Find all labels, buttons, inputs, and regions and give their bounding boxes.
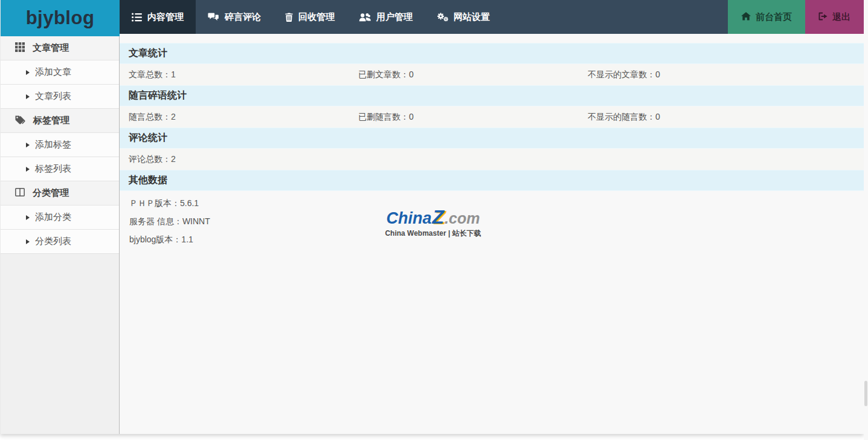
sidebar-item-add-category[interactable]: 添加分类 [1,205,119,230]
sidebar-filler [1,254,119,434]
section-row: 文章总数：1 已删文章数：0 不显示的文章数：0 [120,64,864,85]
nav-item-label: 网站设置 [454,11,490,23]
tags-icon [15,115,25,126]
navbar-actions: 前台首页 退出 [728,0,864,34]
site-logo: bjyblog [1,0,120,36]
stat-server-info: 服务器 信息：WINNT [120,212,864,230]
scrollbar-track[interactable] [864,0,868,440]
sidebar-item-label: 分类管理 [33,187,69,199]
logout-label: 退出 [832,11,850,23]
sidebar-item-article-list[interactable]: 文章列表 [1,85,119,109]
front-page-label: 前台首页 [756,11,792,23]
sidebar-item-category-list[interactable]: 分类列表 [1,230,119,254]
gears-icon [437,12,448,22]
trash-icon [285,13,293,22]
caret-right-icon [26,70,30,75]
list-icon [132,13,142,22]
home-icon [741,12,751,22]
sidebar-item-label: 标签管理 [33,115,69,126]
sidebar-item-add-tag[interactable]: 添加标签 [1,133,119,157]
main-nav: 内容管理 碎言评论 回收管理 用户管理 [120,0,502,34]
nav-item-label: 碎言评论 [225,11,261,23]
stat-mood-hidden: 不显示的随言数：0 [579,112,808,123]
nav-item-label: 内容管理 [147,11,184,23]
sidebar-item-category-management[interactable]: 分类管理 [1,181,119,205]
caret-right-icon [26,215,30,220]
nav-item-label: 用户管理 [376,11,413,23]
sidebar-item-tag-list[interactable]: 标签列表 [1,157,119,181]
stat-article-deleted: 已删文章数：0 [349,70,579,80]
sidebar-item-label: 文章列表 [35,91,71,102]
sidebar-item-add-article[interactable]: 添加文章 [1,60,119,85]
stat-mood-deleted: 已删随言数：0 [349,112,579,123]
section-row: 随言总数：2 已删随言数：0 不显示的随言数：0 [120,106,864,128]
columns-icon [15,188,25,198]
admin-window: bjyblog 内容管理 碎言评论 回收管理 [0,0,864,434]
stat-bjyblog-version: bjyblog版本：1.1 [120,230,864,248]
caret-right-icon [26,94,30,99]
section-title-article-stats: 文章统计 [120,43,864,64]
section-title-comment-stats: 评论统计 [120,128,864,149]
comments-icon [208,13,219,22]
section-title-other-data: 其他数据 [120,170,864,191]
nav-item-label: 回收管理 [298,11,335,23]
sidebar-item-label: 添加标签 [35,139,71,150]
front-page-button[interactable]: 前台首页 [728,0,805,34]
sidebar-item-label: 标签列表 [35,163,71,175]
nav-item-comments[interactable]: 碎言评论 [196,0,273,34]
nav-item-content-management[interactable]: 内容管理 [120,0,196,34]
dashboard-content: 文章统计 文章总数：1 已删文章数：0 不显示的文章数：0 随言碎语统计 随言总… [120,34,864,434]
sidebar-item-label: 文章管理 [33,42,69,54]
users-icon [359,13,371,22]
sidebar-item-label: 添加文章 [35,66,71,78]
nav-item-recycle[interactable]: 回收管理 [273,0,347,34]
caret-right-icon [26,143,30,147]
nav-item-users[interactable]: 用户管理 [347,0,425,34]
sidebar-item-article-management[interactable]: 文章管理 [1,36,119,60]
sidebar-item-label: 分类列表 [35,236,71,247]
other-data-list: ＰＨＰ版本：5.6.1 服务器 信息：WINNT bjyblog版本：1.1 [120,191,864,248]
body-frame: 文章管理 添加文章 文章列表 标签管理 添加标签 [1,34,864,434]
stat-article-hidden: 不显示的文章数：0 [579,70,808,80]
scrollbar-thumb[interactable] [864,381,867,406]
stat-php-version: ＰＨＰ版本：5.6.1 [120,194,864,212]
stat-comment-total: 评论总数：2 [120,154,349,165]
section-row: 评论总数：2 [120,149,864,170]
section-title-mood-stats: 随言碎语统计 [120,85,864,106]
sidebar-item-tag-management[interactable]: 标签管理 [1,109,119,133]
caret-right-icon [26,239,30,244]
grid-icon [15,42,25,54]
sidebar-item-label: 添加分类 [35,212,71,223]
stat-mood-total: 随言总数：2 [120,112,349,123]
logout-button[interactable]: 退出 [805,0,864,34]
nav-item-site-settings[interactable]: 网站设置 [425,0,502,34]
stat-article-total: 文章总数：1 [120,70,349,80]
sidebar: 文章管理 添加文章 文章列表 标签管理 添加标签 [1,34,120,434]
caret-right-icon [26,167,30,172]
logout-icon [818,12,828,22]
top-navbar: bjyblog 内容管理 碎言评论 回收管理 [1,0,864,34]
